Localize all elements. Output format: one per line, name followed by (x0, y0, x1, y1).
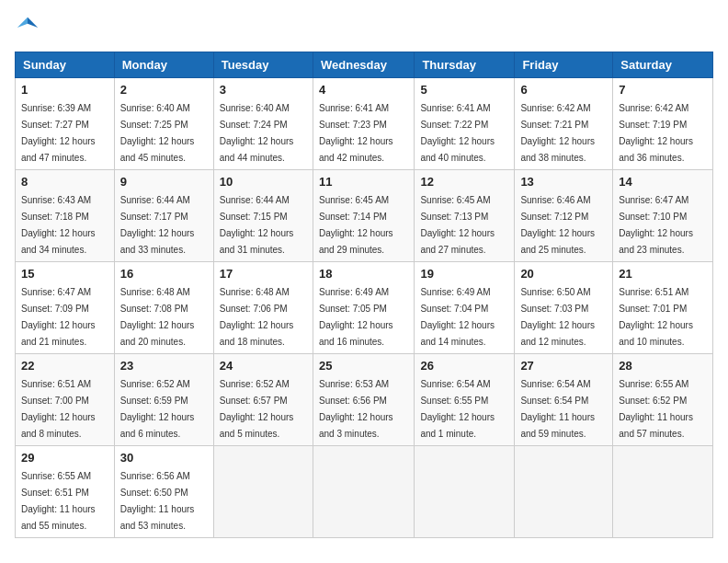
calendar-cell: 23 Sunrise: 6:52 AMSunset: 6:59 PMDaylig… (114, 354, 213, 446)
calendar-cell: 28 Sunrise: 6:55 AMSunset: 6:52 PMDaylig… (613, 354, 713, 446)
day-detail: Sunrise: 6:56 AMSunset: 6:50 PMDaylight:… (120, 471, 195, 531)
calendar-cell: 17 Sunrise: 6:48 AMSunset: 7:06 PMDaylig… (213, 262, 313, 354)
day-detail: Sunrise: 6:49 AMSunset: 7:04 PMDaylight:… (420, 287, 495, 347)
calendar-cell: 5 Sunrise: 6:41 AMSunset: 7:22 PMDayligh… (415, 78, 515, 170)
day-detail: Sunrise: 6:48 AMSunset: 7:06 PMDaylight:… (220, 287, 294, 347)
day-number: 24 (220, 359, 307, 373)
day-detail: Sunrise: 6:44 AMSunset: 7:17 PMDaylight:… (120, 195, 195, 255)
day-detail: Sunrise: 6:52 AMSunset: 6:59 PMDaylight:… (120, 379, 195, 439)
calendar-cell: 22 Sunrise: 6:51 AMSunset: 7:00 PMDaylig… (16, 354, 115, 446)
calendar-week-4: 22 Sunrise: 6:51 AMSunset: 7:00 PMDaylig… (16, 354, 713, 446)
day-detail: Sunrise: 6:55 AMSunset: 6:52 PMDaylight:… (619, 379, 693, 439)
day-detail: Sunrise: 6:41 AMSunset: 7:22 PMDaylight:… (420, 103, 495, 163)
day-number: 11 (319, 175, 408, 189)
day-detail: Sunrise: 6:50 AMSunset: 7:03 PMDaylight:… (520, 287, 595, 347)
day-number: 26 (420, 359, 508, 373)
day-number: 13 (520, 175, 607, 189)
day-detail: Sunrise: 6:45 AMSunset: 7:14 PMDaylight:… (319, 195, 393, 255)
calendar-cell: 9 Sunrise: 6:44 AMSunset: 7:17 PMDayligh… (114, 170, 213, 262)
day-detail: Sunrise: 6:51 AMSunset: 7:00 PMDaylight:… (21, 379, 96, 439)
day-number: 10 (220, 175, 307, 189)
calendar-cell: 2 Sunrise: 6:40 AMSunset: 7:25 PMDayligh… (114, 78, 213, 170)
calendar-cell: 3 Sunrise: 6:40 AMSunset: 7:24 PMDayligh… (213, 78, 313, 170)
day-number: 1 (21, 83, 108, 97)
day-detail: Sunrise: 6:54 AMSunset: 6:54 PMDaylight:… (520, 379, 595, 439)
svg-marker-1 (17, 17, 28, 28)
weekday-header-saturday: Saturday (613, 52, 713, 78)
day-number: 23 (120, 359, 208, 373)
day-number: 8 (21, 175, 108, 189)
day-number: 17 (220, 267, 307, 281)
day-detail: Sunrise: 6:44 AMSunset: 7:15 PMDaylight:… (220, 195, 294, 255)
calendar-cell: 21 Sunrise: 6:51 AMSunset: 7:01 PMDaylig… (613, 262, 713, 354)
day-number: 18 (319, 267, 408, 281)
calendar-cell: 16 Sunrise: 6:48 AMSunset: 7:08 PMDaylig… (114, 262, 213, 354)
calendar-cell (313, 446, 414, 538)
calendar-cell: 1 Sunrise: 6:39 AMSunset: 7:27 PMDayligh… (16, 78, 115, 170)
day-detail: Sunrise: 6:41 AMSunset: 7:23 PMDaylight:… (319, 103, 393, 163)
day-detail: Sunrise: 6:47 AMSunset: 7:09 PMDaylight:… (21, 287, 96, 347)
calendar-cell: 12 Sunrise: 6:45 AMSunset: 7:13 PMDaylig… (415, 170, 515, 262)
calendar-cell: 25 Sunrise: 6:53 AMSunset: 6:56 PMDaylig… (313, 354, 414, 446)
day-detail: Sunrise: 6:49 AMSunset: 7:05 PMDaylight:… (319, 287, 393, 347)
day-number: 3 (220, 83, 307, 97)
day-number: 29 (21, 451, 108, 465)
calendar-cell (613, 446, 713, 538)
calendar-cell: 27 Sunrise: 6:54 AMSunset: 6:54 PMDaylig… (515, 354, 613, 446)
day-number: 21 (619, 267, 707, 281)
calendar-cell: 18 Sunrise: 6:49 AMSunset: 7:05 PMDaylig… (313, 262, 414, 354)
calendar-cell: 30 Sunrise: 6:56 AMSunset: 6:50 PMDaylig… (114, 446, 213, 538)
day-number: 4 (319, 83, 408, 97)
day-number: 2 (120, 83, 208, 97)
calendar-cell (515, 446, 613, 538)
day-detail: Sunrise: 6:51 AMSunset: 7:01 PMDaylight:… (619, 287, 693, 347)
day-number: 25 (319, 359, 408, 373)
day-number: 15 (21, 267, 108, 281)
day-detail: Sunrise: 6:48 AMSunset: 7:08 PMDaylight:… (120, 287, 195, 347)
logo-icon (15, 15, 40, 40)
calendar-cell (213, 446, 313, 538)
day-number: 30 (120, 451, 208, 465)
day-detail: Sunrise: 6:42 AMSunset: 7:19 PMDaylight:… (619, 103, 693, 163)
day-number: 5 (420, 83, 508, 97)
svg-marker-0 (28, 17, 38, 28)
weekday-header-monday: Monday (114, 52, 213, 78)
day-detail: Sunrise: 6:40 AMSunset: 7:25 PMDaylight:… (120, 103, 195, 163)
day-number: 27 (520, 359, 607, 373)
calendar-week-1: 1 Sunrise: 6:39 AMSunset: 7:27 PMDayligh… (16, 78, 713, 170)
day-detail: Sunrise: 6:47 AMSunset: 7:10 PMDaylight:… (619, 195, 693, 255)
calendar-cell: 19 Sunrise: 6:49 AMSunset: 7:04 PMDaylig… (415, 262, 515, 354)
calendar-cell: 13 Sunrise: 6:46 AMSunset: 7:12 PMDaylig… (515, 170, 613, 262)
day-number: 20 (520, 267, 607, 281)
calendar-cell: 26 Sunrise: 6:54 AMSunset: 6:55 PMDaylig… (415, 354, 515, 446)
weekday-header-tuesday: Tuesday (213, 52, 313, 78)
day-detail: Sunrise: 6:52 AMSunset: 6:57 PMDaylight:… (220, 379, 294, 439)
calendar-cell: 6 Sunrise: 6:42 AMSunset: 7:21 PMDayligh… (515, 78, 613, 170)
calendar-cell: 4 Sunrise: 6:41 AMSunset: 7:23 PMDayligh… (313, 78, 414, 170)
calendar-cell: 11 Sunrise: 6:45 AMSunset: 7:14 PMDaylig… (313, 170, 414, 262)
day-detail: Sunrise: 6:46 AMSunset: 7:12 PMDaylight:… (520, 195, 595, 255)
calendar-cell: 10 Sunrise: 6:44 AMSunset: 7:15 PMDaylig… (213, 170, 313, 262)
day-number: 28 (619, 359, 707, 373)
calendar-cell: 8 Sunrise: 6:43 AMSunset: 7:18 PMDayligh… (16, 170, 115, 262)
calendar-cell: 24 Sunrise: 6:52 AMSunset: 6:57 PMDaylig… (213, 354, 313, 446)
day-number: 19 (420, 267, 508, 281)
calendar-cell: 29 Sunrise: 6:55 AMSunset: 6:51 PMDaylig… (16, 446, 115, 538)
day-detail: Sunrise: 6:43 AMSunset: 7:18 PMDaylight:… (21, 195, 96, 255)
day-number: 14 (619, 175, 707, 189)
calendar-cell: 7 Sunrise: 6:42 AMSunset: 7:19 PMDayligh… (613, 78, 713, 170)
calendar-week-2: 8 Sunrise: 6:43 AMSunset: 7:18 PMDayligh… (16, 170, 713, 262)
day-detail: Sunrise: 6:55 AMSunset: 6:51 PMDaylight:… (21, 471, 96, 531)
day-detail: Sunrise: 6:42 AMSunset: 7:21 PMDaylight:… (520, 103, 595, 163)
calendar-cell: 15 Sunrise: 6:47 AMSunset: 7:09 PMDaylig… (16, 262, 115, 354)
day-number: 16 (120, 267, 208, 281)
day-number: 12 (420, 175, 508, 189)
calendar-cell: 14 Sunrise: 6:47 AMSunset: 7:10 PMDaylig… (613, 170, 713, 262)
logo (15, 15, 48, 40)
weekday-header-thursday: Thursday (415, 52, 515, 78)
weekday-header-wednesday: Wednesday (313, 52, 414, 78)
day-detail: Sunrise: 6:54 AMSunset: 6:55 PMDaylight:… (420, 379, 495, 439)
day-detail: Sunrise: 6:39 AMSunset: 7:27 PMDaylight:… (21, 103, 96, 163)
day-number: 7 (619, 83, 707, 97)
day-number: 6 (520, 83, 607, 97)
